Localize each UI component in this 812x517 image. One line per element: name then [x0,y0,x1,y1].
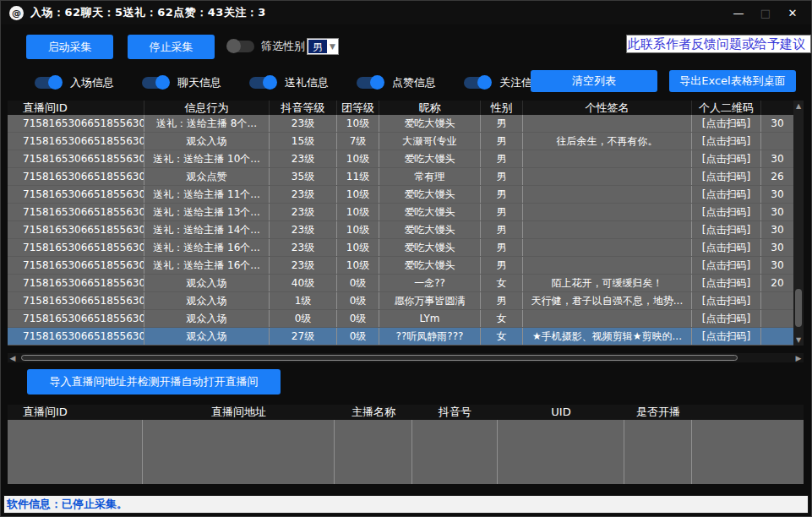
table-cell [761,133,793,150]
toggle-knob [48,75,63,90]
qr-scan-link[interactable]: [点击扫码] [692,186,761,203]
room-column-header: 直播间ID [8,405,143,420]
table-cell: 23级 [270,239,337,256]
table-cell: 男 [481,150,523,167]
table-cell: 大灏哥(专业 [379,133,481,150]
toggle-label: 聊天信息 [177,75,221,90]
table-cell: 男 [481,204,523,220]
table-cell: 1级 [270,292,337,309]
horizontal-scroll-thumb[interactable] [21,355,738,361]
toggle-label: 送礼信息 [285,75,329,90]
table-cell: 观众入场 [144,133,270,150]
table-cell: 男 [481,115,523,132]
scroll-right-icon[interactable]: ▶ [793,354,804,362]
vertical-scroll-thumb[interactable] [795,289,802,327]
table-cell [523,221,692,238]
info-toggle[interactable] [357,77,384,89]
table-row[interactable]: 7158165306651855630送礼：送给主播 16个...23级10级爱… [8,239,793,257]
table-row[interactable]: 7158165306651855630送礼：送给主播 11个...23级10级爱… [8,186,793,204]
minimize-button[interactable]: — [725,1,752,24]
table-cell: 0级 [337,275,379,291]
table-cell [523,239,692,256]
table-cell: 女 [481,275,523,291]
room-column-header [692,405,804,420]
vertical-scroll-track[interactable] [793,112,804,335]
table-row[interactable]: 7158165306651855630观众入场40级0级一念??女陌上花开，可缓… [8,275,793,292]
qr-scan-link[interactable]: [点击扫码] [692,239,761,256]
table-cell: 23级 [270,204,337,220]
event-table-body: 7158165306651855630送礼：送给主播 8个...23级10级爱吃… [8,115,793,346]
toggle-knob [263,75,277,90]
table-row[interactable]: 7158165306651855630观众入场1级0级愿你万事皆圆满男天行健，君… [8,292,793,310]
table-cell: 30 [761,204,793,220]
room-table-column [8,420,143,484]
table-cell: 7158165306651855630 [8,310,144,327]
table-cell: 一念?? [379,275,481,291]
table-row[interactable]: 7158165306651855630送礼：送给主播 10个...23级10级爱… [8,150,793,168]
table-row[interactable]: 7158165306651855630送礼：送给主播 8个...23级10级爱吃… [8,115,793,133]
table-cell [523,150,692,167]
qr-scan-link[interactable]: [点击扫码] [692,310,761,327]
import-rooms-button[interactable]: 导入直播间地址并检测开播自动打开直播间 [27,369,281,395]
table-row[interactable]: 7158165306651855630送礼：送给主播 16个...23级10级爱… [8,257,793,275]
table-cell: 23级 [270,150,337,167]
table-row[interactable]: 7158165306651855630送礼：送给主播 14个...23级10级爱… [8,221,793,239]
table-cell: 男 [481,221,523,238]
qr-scan-link[interactable]: [点击扫码] [692,168,761,185]
table-cell: 爱吃大馒头 [379,257,481,274]
table-row[interactable]: 7158165306651855630观众入场0级0级LYm女[点击扫码] [8,310,793,328]
info-toggle[interactable] [464,77,491,89]
gender-select[interactable]: 男 ▼ [307,38,339,55]
table-cell: 往后余生，不再有你。 [523,133,692,150]
qr-scan-link[interactable]: [点击扫码] [692,292,761,309]
horizontal-scroll-track[interactable] [18,354,793,362]
close-button[interactable]: ✕ [779,1,806,24]
table-cell [761,292,793,309]
horizontal-scrollbar[interactable]: ◀ ▶ [8,353,804,362]
gender-filter-toggle[interactable] [227,41,254,52]
room-column-header: 是否开播 [624,405,692,420]
room-column-header: 主播名称 [335,405,412,420]
scroll-up-icon[interactable]: ▲ [796,101,801,112]
info-toggle[interactable] [142,77,169,89]
qr-scan-link[interactable]: [点击扫码] [692,204,761,220]
qr-scan-link[interactable]: [点击扫码] [692,133,761,150]
table-cell [523,186,692,203]
table-cell: 送礼：送给主播 11个... [144,186,270,203]
qr-scan-link[interactable]: [点击扫码] [692,221,761,238]
table-cell [761,328,793,345]
vertical-scrollbar[interactable]: ▲ ▼ [793,101,804,346]
app-window: @ 入场：62聊天：5送礼：62点赞：43关注：3 — □ ✕ 启动采集 停止采… [0,0,812,517]
qr-scan-link[interactable]: [点击扫码] [692,275,761,291]
contact-author-marquee[interactable]: 点此联系作者反馈问题或给予建议 [626,35,811,53]
event-table-header: 直播间ID信息行为抖音等级团等级昵称性别个性签名个人二维码 [8,101,793,115]
table-cell: 观众入场 [144,275,270,291]
marquee-text: 点此联系作者反馈问题或给予建议 [626,35,805,53]
qr-scan-link[interactable]: [点击扫码] [692,257,761,274]
table-cell: 7158165306651855630 [8,115,144,132]
qr-scan-link[interactable]: [点击扫码] [692,328,761,345]
table-cell: 0级 [337,328,379,345]
table-row[interactable]: 7158165306651855630观众点赞35级11级常有理男[点击扫码]2… [8,168,793,186]
app-logo-icon: @ [9,6,24,20]
export-excel-button[interactable]: 导出Excel表格到桌面 [669,70,796,92]
table-row[interactable]: 7158165306651855630观众入场15级7级大灏哥(专业男往后余生，… [8,133,793,150]
stop-collect-button[interactable]: 停止采集 [128,35,215,59]
table-row[interactable]: 7158165306651855630送礼：送给主播 13个...23级10级爱… [8,204,793,221]
start-collect-button[interactable]: 启动采集 [26,35,113,59]
table-cell: 男 [481,133,523,150]
qr-scan-link[interactable]: [点击扫码] [692,115,761,132]
filter-toggle-group: 聊天信息 [142,75,221,90]
clear-list-button[interactable]: 清空列表 [531,70,657,92]
table-row[interactable]: 7158165306651855630观众入场27级0级??听凤静雨???女★手… [8,328,793,346]
info-toggle[interactable] [249,77,276,89]
table-cell [523,168,692,185]
info-toggle[interactable] [35,77,62,89]
maximize-button[interactable]: □ [752,1,779,24]
qr-scan-link[interactable]: [点击扫码] [692,150,761,167]
table-cell: 30 [761,221,793,238]
scroll-left-icon[interactable]: ◀ [8,354,18,362]
scroll-down-icon[interactable]: ▼ [796,335,801,346]
column-header [761,101,793,115]
table-cell: 40级 [270,275,337,291]
